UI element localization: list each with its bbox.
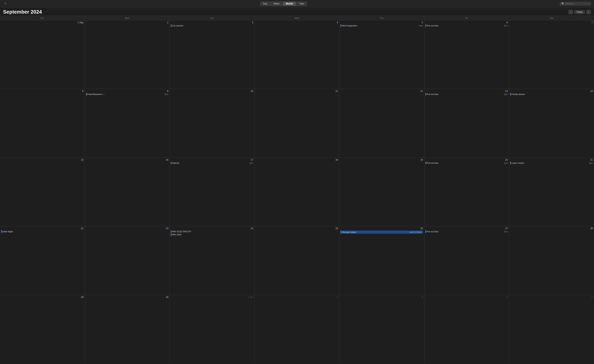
day-num-1-3: 11 bbox=[256, 90, 338, 93]
events-list-1-5: Put out bins5pm bbox=[425, 93, 508, 96]
search-input[interactable] bbox=[566, 2, 589, 5]
day-cell-3-2[interactable]: 24PAY ELECTRICITYPAY GAS bbox=[170, 226, 255, 295]
day-cell-3-0[interactable]: 22Date Night bbox=[0, 226, 85, 295]
day-num-4-2: 1 Oct bbox=[171, 296, 253, 298]
header-fri: Fri bbox=[424, 16, 509, 20]
event-item-1-6-0[interactable]: Family dinner bbox=[510, 93, 593, 96]
event-title: Annual Leave bbox=[342, 231, 356, 233]
day-num-2-6: 21 bbox=[510, 159, 593, 161]
event-item-0-2-0[interactable]: Car service bbox=[171, 24, 253, 27]
event-dot bbox=[341, 24, 341, 27]
day-cell-0-2[interactable]: 3Car service bbox=[170, 20, 255, 89]
day-cell-4-0[interactable]: 29 bbox=[0, 295, 85, 364]
day-num-2-0: 15 bbox=[1, 159, 84, 161]
multiday-event-3-4-0[interactable]: Annual Leaveends 11:59pm bbox=[341, 231, 423, 234]
event-dot bbox=[171, 24, 171, 27]
event-item-3-2-0[interactable]: PAY ELECTRICITY bbox=[171, 230, 253, 233]
day-cell-2-2[interactable]: 17Haircut1pm bbox=[170, 158, 255, 226]
event-dot bbox=[425, 162, 426, 164]
day-cell-2-4[interactable]: 19 bbox=[339, 158, 424, 226]
day-cell-4-6[interactable]: 5 bbox=[509, 295, 594, 364]
day-cell-0-6[interactable]: 7 bbox=[509, 20, 594, 89]
day-cell-0-0[interactable]: 1 Sep bbox=[0, 20, 85, 89]
events-list-1-1: Parent/teacher i…3pm bbox=[86, 93, 169, 96]
day-cell-0-4[interactable]: 5Rent inspection9am bbox=[339, 20, 424, 89]
event-dot bbox=[171, 230, 171, 233]
event-title: Lawn mower bbox=[511, 162, 587, 164]
day-num-4-0: 29 bbox=[1, 296, 84, 298]
event-time: 3pm bbox=[588, 162, 593, 164]
header-thu: Thu bbox=[339, 16, 424, 20]
day-cell-0-5[interactable]: 6Put out bins5pm bbox=[424, 20, 509, 89]
event-item-0-5-0[interactable]: Put out bins5pm bbox=[425, 24, 508, 27]
header-mon: Mon bbox=[85, 16, 170, 20]
day-num-0-6: 7 bbox=[510, 21, 593, 24]
event-item-2-2-0[interactable]: Haircut1pm bbox=[171, 162, 253, 164]
day-cell-4-5[interactable]: 4 bbox=[424, 295, 509, 364]
event-time: 5pm bbox=[503, 230, 508, 233]
day-num-0-5: 6 bbox=[425, 21, 508, 24]
event-title: Haircut bbox=[172, 162, 248, 164]
day-cell-4-1[interactable]: 30 bbox=[85, 295, 170, 364]
search-icon: 🔍 bbox=[561, 2, 564, 5]
next-month-button[interactable]: › bbox=[586, 10, 591, 14]
day-cell-1-3[interactable]: 11 bbox=[255, 89, 340, 157]
view-month-button[interactable]: Month bbox=[283, 2, 296, 6]
event-item-3-0-0[interactable]: Date Night bbox=[1, 230, 84, 233]
day-cell-4-4[interactable]: 3 bbox=[339, 295, 424, 364]
day-cell-1-5[interactable]: 13Put out bins5pm bbox=[424, 89, 509, 157]
event-item-2-6-0[interactable]: Lawn mower3pm bbox=[510, 162, 593, 164]
day-cell-1-4[interactable]: 12 bbox=[339, 89, 424, 157]
day-num-0-0: 1 Sep bbox=[1, 21, 84, 24]
prev-month-button[interactable]: ‹ bbox=[568, 10, 573, 14]
day-cell-1-2[interactable]: 10 bbox=[170, 89, 255, 157]
event-title: Rent inspection bbox=[342, 25, 418, 27]
day-cell-2-5[interactable]: 20Put out bins5pm bbox=[424, 158, 509, 226]
events-list-0-4: Rent inspection9am bbox=[341, 24, 423, 27]
day-num-3-6: 28 bbox=[510, 227, 593, 230]
day-cell-4-3[interactable]: 2 bbox=[255, 295, 340, 364]
day-cell-1-0[interactable]: 8 bbox=[0, 89, 85, 157]
year-value: 2024 bbox=[31, 9, 42, 15]
view-selector: Day Week Month Year bbox=[260, 1, 307, 6]
event-item-3-2-1[interactable]: PAY GAS bbox=[171, 233, 253, 236]
event-title: Parent/teacher i… bbox=[87, 93, 163, 95]
event-title: Family dinner bbox=[511, 93, 593, 95]
day-cell-3-6[interactable]: 28 bbox=[509, 226, 594, 295]
event-item-1-5-0[interactable]: Put out bins5pm bbox=[425, 93, 508, 96]
event-title: PAY GAS bbox=[172, 233, 253, 236]
today-button[interactable]: Today bbox=[574, 10, 585, 14]
day-cell-3-4[interactable]: 26Annual Leaveends 11:59pm bbox=[339, 226, 424, 295]
view-week-button[interactable]: Week bbox=[271, 2, 282, 6]
day-num-1-6: 14 bbox=[510, 90, 593, 93]
day-cell-1-6[interactable]: 14Family dinner bbox=[509, 89, 594, 157]
add-event-button[interactable]: + bbox=[3, 1, 7, 6]
event-dot bbox=[171, 162, 171, 164]
event-item-2-5-0[interactable]: Put out bins5pm bbox=[425, 162, 508, 164]
day-cell-0-3[interactable]: 4 bbox=[255, 20, 340, 89]
day-cell-1-1[interactable]: 9Parent/teacher i…3pm bbox=[85, 89, 170, 157]
topbar-left: + bbox=[3, 1, 7, 6]
day-cell-3-3[interactable]: 25 bbox=[255, 226, 340, 295]
view-year-button[interactable]: Year bbox=[297, 2, 307, 6]
day-cell-2-3[interactable]: 18 bbox=[255, 158, 340, 226]
view-day-button[interactable]: Day bbox=[260, 2, 270, 6]
day-num-2-2: 17 bbox=[171, 159, 253, 161]
day-num-3-0: 22 bbox=[1, 227, 84, 230]
day-cell-3-1[interactable]: 23 bbox=[85, 226, 170, 295]
event-item-0-4-0[interactable]: Rent inspection9am bbox=[341, 24, 423, 27]
day-num-0-2: 3 bbox=[171, 21, 253, 24]
day-num-0-1: 2 bbox=[86, 21, 169, 24]
day-cell-4-2[interactable]: 1 Oct bbox=[170, 295, 255, 364]
event-time: 1pm bbox=[248, 162, 253, 164]
event-title: Put out bins bbox=[427, 93, 502, 95]
day-cell-2-1[interactable]: 16 bbox=[85, 158, 170, 226]
day-cell-2-0[interactable]: 15 bbox=[0, 158, 85, 226]
day-cell-3-5[interactable]: 27Put out bins5pm bbox=[424, 226, 509, 295]
event-item-1-1-0[interactable]: Parent/teacher i…3pm bbox=[86, 93, 169, 96]
day-cell-2-6[interactable]: 21Lawn mower3pm bbox=[509, 158, 594, 226]
nav-controls: ‹ Today › bbox=[568, 10, 591, 14]
event-item-3-5-0[interactable]: Put out bins5pm bbox=[425, 230, 508, 233]
calendar-header: September 2024 ‹ Today › bbox=[0, 7, 594, 16]
day-cell-0-1[interactable]: 2 bbox=[85, 20, 170, 89]
